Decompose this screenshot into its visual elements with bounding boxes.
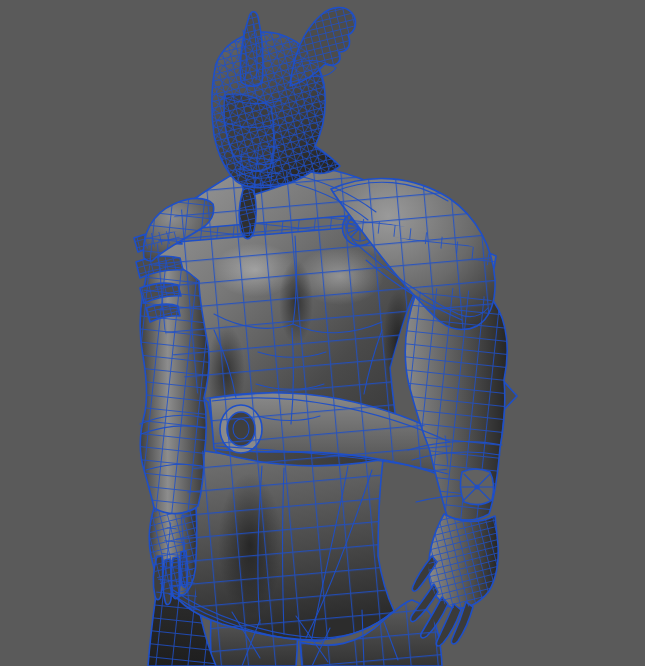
3d-viewport[interactable] <box>0 0 645 666</box>
forearm-buckle[interactable] <box>460 469 494 505</box>
forearm-buckle-pin <box>475 485 480 490</box>
viewport-canvas[interactable] <box>0 0 645 666</box>
